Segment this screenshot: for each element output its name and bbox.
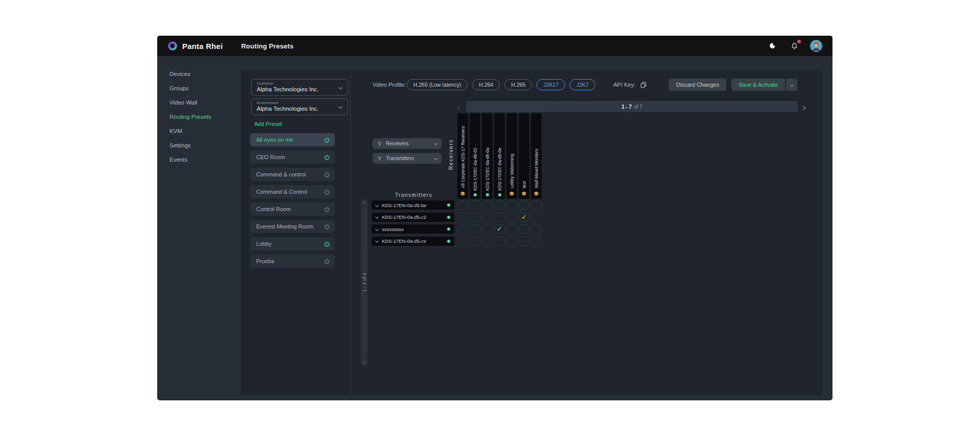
- sidebar-item[interactable]: KVM: [157, 124, 241, 138]
- matrix-cell[interactable]: [494, 213, 505, 222]
- video-profile-chip[interactable]: J2K17: [536, 79, 565, 90]
- sidebar-item[interactable]: Devices: [157, 67, 241, 81]
- matrix-cell[interactable]: [494, 200, 505, 210]
- route-check-icon: ✓: [497, 226, 502, 232]
- preset-power-toggle[interactable]: [324, 223, 330, 230]
- preset-item[interactable]: Command & Control: [250, 185, 335, 198]
- transmitter-item[interactable]: KDS-17EN-0a-d5-ce: [372, 237, 454, 246]
- video-profile-chip[interactable]: J2K7: [570, 79, 595, 90]
- matrix-cell[interactable]: [506, 224, 517, 234]
- receiver-column-header[interactable]: All Corporate KDS-17 Receivers: [457, 113, 468, 199]
- matrix-cell[interactable]: ✓: [494, 224, 505, 234]
- matrix-cell[interactable]: [457, 213, 468, 222]
- matrix-cell[interactable]: [482, 213, 493, 222]
- receiver-column-header[interactable]: KDS-17DEC-0a-d6-0e: [494, 113, 505, 199]
- matrix-cell[interactable]: [519, 200, 529, 210]
- preset-item[interactable]: Lobby: [250, 237, 335, 250]
- moon-icon: [768, 42, 776, 50]
- matrix-cell[interactable]: [519, 237, 529, 246]
- matrix-cell[interactable]: [470, 213, 480, 222]
- preset-item[interactable]: Command & control: [250, 168, 335, 181]
- matrix-cell[interactable]: [531, 224, 542, 234]
- matrix-cell[interactable]: [531, 200, 542, 210]
- environment-select-value: Alpha Technologies Inc.: [257, 106, 335, 112]
- matrix-row: sssssssss✓: [372, 224, 542, 234]
- preset-item[interactable]: Prueba: [250, 254, 335, 268]
- matrix-cell[interactable]: [506, 213, 517, 222]
- customer-select[interactable]: Customer Alpha Technologies Inc.: [251, 79, 348, 96]
- save-activate-button[interactable]: Save & Activate: [731, 79, 785, 91]
- matrix-cell[interactable]: [470, 200, 480, 210]
- transmitter-item[interactable]: sssssssss: [372, 224, 454, 234]
- matrix-cell[interactable]: [494, 237, 505, 246]
- matrix-cell[interactable]: [482, 237, 493, 246]
- receiver-column-header[interactable]: Lobby Welcoming: [506, 113, 517, 199]
- sidebar-item[interactable]: Groups: [157, 81, 241, 95]
- add-preset-link[interactable]: Add Preset: [254, 121, 282, 127]
- preset-power-toggle[interactable]: [324, 206, 330, 213]
- online-status-dot: [486, 193, 489, 196]
- preset-label: Prueba: [256, 258, 274, 264]
- matrix-cell[interactable]: [457, 200, 468, 210]
- matrix-cell[interactable]: [506, 200, 517, 210]
- page-left-button[interactable]: [458, 103, 461, 112]
- matrix-cell-group: [457, 200, 542, 210]
- preset-item[interactable]: All eyes on me: [250, 133, 335, 146]
- matrix-cell[interactable]: ✓: [519, 213, 529, 222]
- transmitters-pagination-bar[interactable]: 1 - 4 of 4: [361, 199, 368, 366]
- preset-power-toggle[interactable]: [324, 137, 330, 143]
- filter-icon: [377, 141, 382, 146]
- matrix-cell[interactable]: [519, 224, 529, 234]
- matrix-cell[interactable]: [470, 224, 480, 234]
- matrix-cell[interactable]: [531, 237, 542, 246]
- receivers-filter[interactable]: Receivers: [373, 138, 442, 149]
- matrix-cell[interactable]: [457, 237, 468, 246]
- transmitters-pagination-label: 1 - 4 of 4: [361, 273, 367, 292]
- user-avatar[interactable]: [810, 40, 822, 52]
- copy-api-key-button[interactable]: [640, 81, 647, 89]
- matrix-cell[interactable]: [531, 213, 542, 222]
- dark-mode-toggle[interactable]: [766, 40, 778, 52]
- sidebar-item[interactable]: Events: [157, 152, 241, 167]
- preset-power-toggle[interactable]: [324, 154, 330, 161]
- preset-item[interactable]: CEO Room: [250, 150, 335, 164]
- preset-label: Control Room: [256, 206, 291, 212]
- preset-power-toggle[interactable]: [324, 258, 330, 265]
- matrix-cell[interactable]: [470, 237, 480, 246]
- preset-power-toggle[interactable]: [324, 171, 330, 178]
- route-check-icon: ✓: [521, 214, 526, 220]
- transmitters-filter[interactable]: Transmitters: [373, 153, 442, 164]
- preset-power-toggle[interactable]: [324, 189, 330, 195]
- video-profile-chip[interactable]: H.265: [504, 79, 532, 90]
- sidebar-item[interactable]: Routing Presets: [157, 110, 241, 124]
- receivers-pagination-bar[interactable]: 1 - 7 of 7: [466, 101, 798, 112]
- sidebar-item[interactable]: Settings: [157, 138, 241, 152]
- save-options-button[interactable]: [786, 79, 797, 91]
- sidebar-item[interactable]: Video Wall: [157, 95, 241, 110]
- matrix-cell-group: [457, 237, 542, 246]
- matrix-cell[interactable]: [506, 237, 517, 246]
- online-status-dot: [447, 227, 450, 231]
- video-profile-chip[interactable]: H.265 (Low latency): [407, 79, 468, 90]
- receiver-column-header[interactable]: KDS-17DEC-0a-d6-02: [470, 113, 480, 199]
- matrix-cell[interactable]: [457, 224, 468, 234]
- preset-label: All eyes on me: [256, 137, 293, 143]
- environment-select[interactable]: Environment Alpha Technologies Inc.: [251, 98, 348, 115]
- preset-item[interactable]: Control Room: [250, 202, 335, 216]
- receiver-column-header[interactable]: KDS-17DEC-0a-d6-0a: [482, 113, 493, 199]
- preset-item[interactable]: Everest Meeting Room: [250, 220, 335, 233]
- transmitters-heading: Transmitters: [372, 192, 456, 198]
- page-right-button[interactable]: [802, 103, 805, 112]
- notifications-button[interactable]: [788, 40, 800, 52]
- transmitter-item[interactable]: KDS-17EN-0a-d5-be: [372, 200, 454, 210]
- receiver-column-header[interactable]: test: [519, 113, 529, 199]
- video-profile-chip[interactable]: H.264: [472, 79, 500, 90]
- receiver-column-header[interactable]: Wall Mount Monitors: [531, 113, 542, 199]
- matrix-cell-group: ✓: [457, 224, 542, 234]
- online-status-dot: [447, 203, 450, 207]
- discard-changes-button[interactable]: Discard Changes: [669, 79, 726, 91]
- matrix-cell[interactable]: [482, 200, 493, 210]
- preset-power-toggle[interactable]: [324, 241, 330, 247]
- matrix-cell[interactable]: [482, 224, 493, 234]
- transmitter-item[interactable]: KDS-17EN-0a-d5-c2: [372, 213, 454, 222]
